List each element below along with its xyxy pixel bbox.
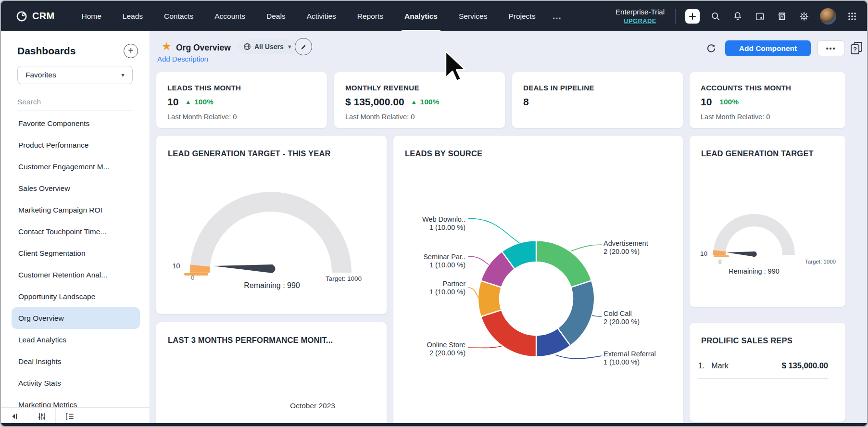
dashboard-search-input[interactable]	[17, 96, 134, 111]
user-avatar[interactable]	[820, 8, 836, 25]
audience-value: All Users	[254, 43, 284, 50]
chevron-down-icon: ▼	[120, 72, 126, 78]
apps-launcher-button[interactable]	[846, 10, 858, 23]
kpi-footnote: Last Month Relative: 0	[345, 113, 415, 121]
sidebar-item-customer-engagement-m[interactable]: Customer Engagement M...	[1, 156, 150, 177]
zoho-logo-icon	[15, 10, 28, 23]
nav-item-accounts[interactable]: Accounts	[204, 1, 256, 31]
sidebar-item-favorite-components[interactable]: Favorite Components	[1, 113, 150, 134]
add-description-link[interactable]: Add Description	[157, 55, 208, 63]
donut-slice-advertisement[interactable]	[536, 240, 591, 288]
dashboard-main: ★ Org Overview All Users ▼ Add Descripti…	[151, 31, 868, 425]
sort-list-icon	[65, 412, 74, 421]
sidebar-item-sales-overview[interactable]: Sales Overview	[1, 177, 150, 199]
sliders-icon	[38, 412, 46, 421]
chart-title: PROLIFIC SALES REPS	[701, 336, 793, 345]
collapse-sidebar-button[interactable]	[1, 408, 28, 425]
calendar-icon	[755, 11, 765, 22]
rep-amount: $ 135,000.00	[782, 361, 828, 370]
dashboard-settings-button[interactable]	[28, 408, 56, 425]
sales-rep-row: 1. Mark $ 135,000.00	[698, 361, 828, 370]
refresh-button[interactable]	[704, 42, 718, 55]
nav-item-home[interactable]: Home	[71, 1, 112, 31]
refresh-icon	[705, 43, 717, 54]
sidebar-title: Dashboards	[17, 45, 75, 57]
nav-item-more[interactable]: ...	[546, 1, 568, 31]
favorite-star-icon[interactable]: ★	[162, 41, 172, 52]
trend-up-icon: ▲	[411, 99, 417, 105]
apps-grid-icon	[847, 12, 857, 21]
gauge-remaining-label: Remaining : 990	[706, 267, 802, 275]
help-panel-button[interactable]: ?	[850, 41, 863, 55]
settings-button[interactable]	[798, 10, 810, 23]
sidebar-item-activity-stats[interactable]: Activity Stats	[1, 372, 150, 394]
nav-item-reports[interactable]: Reports	[347, 1, 394, 31]
sort-dashboards-button[interactable]	[56, 408, 83, 425]
quick-create-button[interactable]	[685, 9, 700, 24]
marketplace-button[interactable]	[776, 10, 788, 23]
add-dashboard-button[interactable]: +	[124, 44, 138, 58]
kpi-title: DEALS IN PIPELINE	[523, 84, 594, 92]
nav-item-services[interactable]: Services	[448, 1, 498, 31]
gauge-value-label: 10	[700, 250, 707, 257]
sidebar-item-marketing-campaign-roi[interactable]: Marketing Campaign ROI	[1, 199, 150, 221]
audience-selector[interactable]: All Users ▼	[238, 39, 298, 54]
sidebar-item-product-performance[interactable]: Product Performance	[1, 134, 150, 156]
chart-title: LAST 3 MONTHS PERFORMANCE MONIT...	[168, 336, 333, 345]
dashboards-sidebar: Dashboards + Favorites ▼ Favorite Compon…	[1, 31, 150, 425]
kpi-card-monthly-revenue[interactable]: MONTHLY REVENUE$ 135,000.00▲100%Last Mon…	[334, 72, 505, 128]
lead-generation-target-card[interactable]: LEAD GENERATION TARGET 10 0 Target: 1000…	[689, 135, 846, 307]
nav-divider	[675, 9, 676, 24]
upgrade-link[interactable]: UPGRADE	[624, 17, 656, 25]
store-icon	[777, 11, 787, 22]
donut-label: Partner1 (10.00 %)	[393, 280, 465, 296]
nav-item-deals[interactable]: Deals	[256, 1, 296, 31]
kpi-footnote: Last Month Relative: 0	[167, 113, 237, 121]
dashboard-filter-value: Favorites	[25, 71, 56, 79]
kpi-title: MONTHLY REVENUE	[345, 84, 419, 92]
sidebar-item-customer-retention-anal[interactable]: Customer Retention Anal...	[1, 264, 150, 286]
sidebar-item-deal-insights[interactable]: Deal Insights	[1, 351, 150, 372]
nav-item-analytics[interactable]: Analytics	[394, 1, 448, 31]
lead-generation-target-year-card[interactable]: LEAD GENERATION TARGET - THIS YEAR 10 0 …	[156, 135, 387, 314]
dashboard-title: Org Overview	[176, 43, 231, 53]
notifications-button[interactable]	[731, 10, 744, 23]
calendar-button[interactable]	[754, 10, 766, 23]
edit-dashboard-button[interactable]	[295, 38, 312, 55]
table-column-header: October 2023	[255, 402, 370, 410]
kpi-change: 100%	[719, 98, 739, 106]
sidebar-item-org-overview[interactable]: Org Overview	[12, 307, 140, 329]
kpi-change: 100%	[420, 98, 440, 106]
collapse-panel-icon	[10, 412, 19, 421]
gauge-min-label: 0	[191, 274, 194, 281]
nav-item-projects[interactable]: Projects	[498, 1, 546, 31]
dashboard-more-button[interactable]: •••	[818, 40, 844, 56]
sidebar-item-contact-touchpoint-time[interactable]: Contact Touchpoint Time...	[1, 221, 150, 242]
nav-item-leads[interactable]: Leads	[112, 1, 153, 31]
row-divider	[698, 378, 828, 379]
performance-monitor-card[interactable]: LAST 3 MONTHS PERFORMANCE MONIT... Octob…	[156, 322, 387, 425]
dashboard-filter-select[interactable]: Favorites ▼	[17, 66, 133, 84]
kpi-card-deals-in-pipeline[interactable]: DEALS IN PIPELINE8	[512, 72, 683, 128]
zoho-crm-logo[interactable]: CRM	[15, 10, 54, 23]
dashboard-list: Favorite ComponentsProduct PerformanceCu…	[1, 113, 150, 415]
sidebar-item-lead-analytics[interactable]: Lead Analytics	[1, 329, 150, 351]
chart-title: LEAD GENERATION TARGET - THIS YEAR	[168, 149, 331, 158]
add-component-button[interactable]: Add Component	[725, 40, 811, 56]
sidebar-item-client-segmentation[interactable]: Client Segmentation	[1, 242, 150, 264]
leads-by-source-card[interactable]: LEADS BY SOURCE Web Downlo..1 (10.00 %) …	[393, 135, 683, 425]
search-button[interactable]	[709, 10, 722, 23]
nav-item-activities[interactable]: Activities	[296, 1, 347, 31]
donut-slice-online-store[interactable]	[481, 310, 536, 357]
kpi-value: 8	[523, 96, 529, 108]
kpi-value: $ 135,000.00	[345, 96, 404, 108]
kpi-card-leads-this-month[interactable]: LEADS THIS MONTH10▲100%Last Month Relati…	[156, 72, 327, 128]
prolific-sales-reps-card[interactable]: PROLIFIC SALES REPS 1. Mark $ 135,000.00	[689, 322, 846, 422]
brand-label: CRM	[32, 11, 54, 22]
sidebar-item-opportunity-landscape[interactable]: Opportunity Landscape	[1, 286, 150, 307]
plan-badge: Enterprise-Trial UPGRADE	[616, 7, 665, 25]
top-nav: CRM HomeLeadsContactsAccountsDealsActivi…	[1, 1, 867, 31]
globe-icon	[243, 43, 251, 50]
kpi-card-accounts-this-month[interactable]: ACCOUNTS THIS MONTH10100%Last Month Rela…	[689, 72, 846, 128]
nav-item-contacts[interactable]: Contacts	[153, 1, 204, 31]
